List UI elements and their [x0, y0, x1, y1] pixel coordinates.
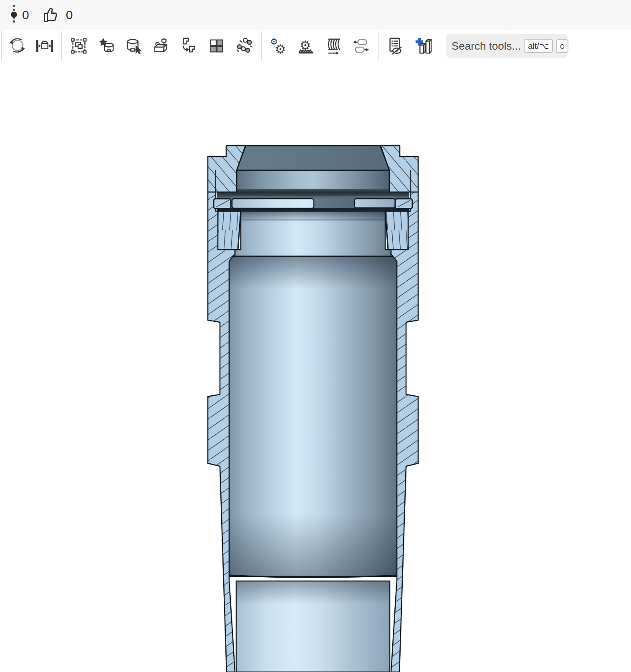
thumbs-up-icon: [42, 5, 61, 25]
like-button[interactable]: [42, 1, 61, 29]
linear-pattern-button[interactable]: [203, 32, 230, 60]
box-select-button[interactable]: [65, 32, 93, 60]
seal-groove: [217, 189, 409, 199]
orbit-rotate-icon: [8, 36, 27, 56]
cap-top: [237, 146, 389, 170]
rack-and-pinion-button[interactable]: ⚙: [292, 32, 320, 60]
search-tools-placeholder: Search tools...: [452, 40, 521, 53]
model-viewport[interactable]: [0, 0, 631, 672]
replicate-button[interactable]: [230, 32, 258, 60]
gear-relation-icon: ⚙ ⚙: [269, 36, 288, 56]
toolbar-separator: [1, 31, 2, 61]
seal-band-left: [232, 199, 314, 208]
slider-relation-button[interactable]: [347, 32, 375, 60]
plunger-body[interactable]: [229, 211, 397, 578]
revolve-button[interactable]: [93, 32, 120, 60]
inner-bore[interactable]: [236, 581, 390, 672]
cap-plug[interactable]: [237, 146, 389, 191]
orbit-rotate-button[interactable]: [3, 32, 31, 60]
toolbar-separator: [378, 31, 379, 61]
left-retainer-section[interactable]: [217, 211, 241, 250]
linear-pattern-icon: [207, 36, 226, 56]
zoom-to-fit-icon: [35, 36, 54, 56]
seal-band-right: [354, 199, 395, 208]
assembly-toolbar: ⚙ ⚙ ⚙: [0, 30, 631, 62]
select-part-button[interactable]: [120, 32, 148, 60]
select-part-icon: [124, 36, 144, 56]
right-retainer-section[interactable]: [385, 211, 410, 250]
hide-bom-icon: [386, 36, 405, 56]
seal-ring-left[interactable]: [214, 199, 231, 209]
svg-text:⚙: ⚙: [275, 42, 286, 56]
revolve-icon: [97, 36, 116, 56]
rack-and-pinion-icon: ⚙: [296, 36, 316, 56]
search-tools-box[interactable]: Search tools... alt/⌥ c: [446, 34, 568, 58]
toolbar-separator: [61, 31, 62, 61]
transform-parts-button[interactable]: [175, 32, 203, 60]
insert-parts-button[interactable]: [148, 32, 175, 60]
toolbar-separator: [261, 31, 262, 61]
version-history-icon: [11, 4, 17, 26]
create-part-studio-icon: [413, 36, 432, 56]
shortcut-c-key: c: [556, 39, 568, 53]
version-count: 0: [22, 8, 29, 22]
status-bar: 0 0: [0, 0, 631, 30]
cap-body: [237, 170, 389, 191]
gear-relation-button[interactable]: ⚙ ⚙: [265, 32, 292, 60]
transform-parts-icon: [179, 36, 199, 56]
hide-bom-button[interactable]: [381, 32, 409, 60]
replicate-icon: [235, 36, 254, 56]
box-select-icon: [69, 36, 88, 56]
shortcut-alt-key: alt/⌥: [524, 39, 553, 53]
version-history-button[interactable]: [11, 1, 17, 29]
create-part-studio-button[interactable]: [409, 32, 437, 60]
seal-ring-right[interactable]: [395, 199, 412, 209]
insert-parts-icon: [152, 36, 171, 56]
likes-count: 0: [66, 8, 73, 22]
zoom-to-fit-button[interactable]: [31, 32, 58, 60]
seal-assembly[interactable]: [217, 189, 409, 212]
screw-relation-icon: [324, 36, 343, 56]
slider-relation-icon: [351, 36, 371, 56]
screw-relation-button[interactable]: [320, 32, 347, 60]
